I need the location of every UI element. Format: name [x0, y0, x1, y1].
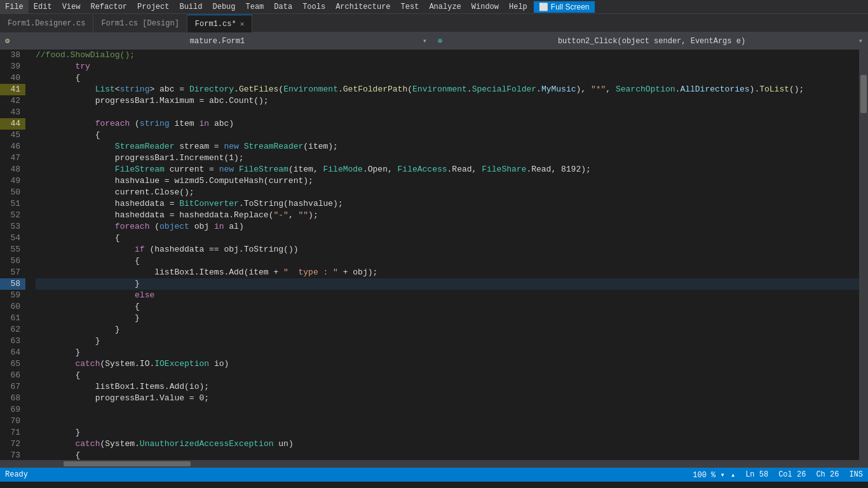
menu-help[interactable]: Help — [504, 0, 532, 13]
menu-team[interactable]: Team — [241, 0, 269, 13]
scrollbar-thumb[interactable] — [860, 75, 867, 113]
status-col: Col 26 — [778, 470, 806, 479]
tab-design[interactable]: Form1.cs [Design] — [93, 15, 187, 32]
fullscreen-button[interactable]: ⬜ Full Screen — [534, 1, 595, 13]
status-zoom-value: 100 % — [693, 471, 715, 480]
tab-design-label: Form1.cs [Design] — [101, 19, 179, 28]
hscroll-thumb[interactable] — [64, 461, 191, 466]
context-class-dropdown[interactable]: ⚙ mature.Form1 ▾ — [0, 33, 432, 50]
status-ch: Ch 26 — [816, 470, 839, 479]
context-method-icon: ⊕ — [438, 36, 442, 46]
context-bar: ⚙ mature.Form1 ▾ ⊕ button2_Click(object … — [0, 33, 868, 50]
menu-edit[interactable]: Edit — [29, 0, 57, 13]
menu-build[interactable]: Build — [174, 0, 207, 13]
context-method-arrow: ▾ — [858, 36, 863, 46]
menu-file[interactable]: File — [0, 0, 29, 13]
menu-tools[interactable]: Tools — [297, 0, 330, 13]
tab-bar: Form1.Designer.cs Form1.cs [Design] Form… — [0, 14, 868, 33]
status-ins: INS — [849, 470, 863, 479]
editor-area: 3839404142434445464748495051525354555657… — [0, 50, 868, 460]
menu-architecture[interactable]: Architecture — [330, 0, 395, 13]
code-content[interactable]: //food.ShowDialog(); try { List<string> … — [31, 50, 859, 460]
zoom-down-icon[interactable]: ▾ — [720, 471, 724, 480]
menu-view[interactable]: View — [57, 0, 86, 13]
status-bar: Ready 100 % ▾ ▴ Ln 58 Col 26 Ch 26 INS — [0, 468, 868, 482]
vertical-scrollbar[interactable] — [859, 50, 868, 460]
menu-analyze[interactable]: Analyze — [424, 0, 466, 13]
tab-designer-label: Form1.Designer.cs — [8, 19, 85, 28]
tab-form1cs-label: Form1.cs* — [195, 20, 236, 29]
menu-bar: File Edit View Refactor Project Build De… — [0, 0, 868, 14]
horizontal-scrollbar[interactable] — [0, 460, 868, 468]
line-numbers: 3839404142434445464748495051525354555657… — [0, 50, 31, 460]
context-class-value: mature.Form1 — [190, 37, 245, 46]
tab-form1cs-close[interactable]: ✕ — [240, 20, 245, 28]
status-ready: Ready — [5, 470, 28, 479]
status-zoom: 100 % ▾ ▴ — [693, 470, 735, 480]
menu-data[interactable]: Data — [269, 0, 297, 13]
context-method-value: button2_Click(object sender, EventArgs e… — [558, 37, 745, 46]
tab-form1cs[interactable]: Form1.cs* ✕ — [187, 15, 252, 32]
context-method-dropdown[interactable]: ⊕ button2_Click(object sender, EventArgs… — [433, 33, 868, 50]
status-ln: Ln 58 — [745, 470, 768, 479]
context-class-arrow: ▾ — [423, 36, 427, 46]
context-class-icon: ⚙ — [5, 36, 10, 46]
menu-project[interactable]: Project — [132, 0, 174, 13]
fullscreen-icon: ⬜ — [539, 3, 548, 11]
status-left: Ready — [5, 470, 28, 479]
menu-debug[interactable]: Debug — [207, 0, 240, 13]
menu-test[interactable]: Test — [396, 0, 424, 13]
menu-refactor[interactable]: Refactor — [85, 0, 132, 13]
fullscreen-label: Full Screen — [551, 3, 590, 11]
tab-designer[interactable]: Form1.Designer.cs — [0, 15, 93, 32]
menu-window[interactable]: Window — [466, 0, 504, 13]
zoom-up-icon[interactable]: ▴ — [731, 471, 735, 480]
status-right: 100 % ▾ ▴ Ln 58 Col 26 Ch 26 INS — [693, 470, 863, 480]
